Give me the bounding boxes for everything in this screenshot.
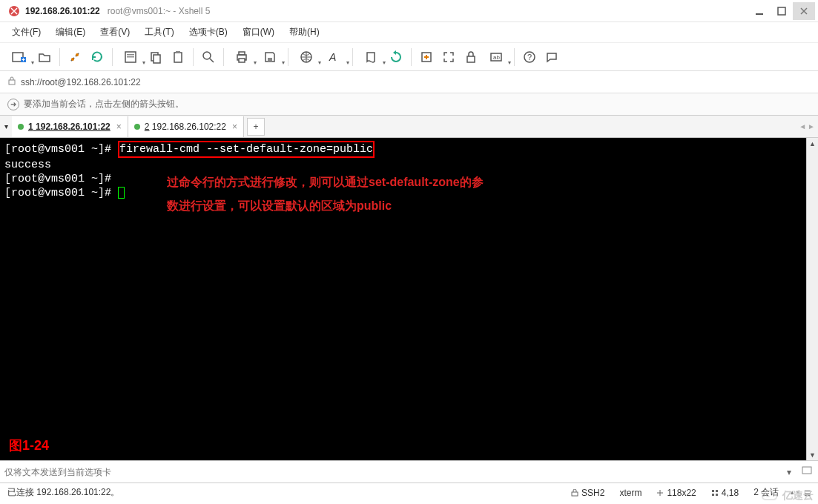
font-button[interactable]: A▾ — [321, 47, 348, 67]
svg-rect-12 — [174, 53, 182, 62]
encoding-button[interactable]: ab▾ — [483, 47, 509, 67]
address-url[interactable]: ssh://root@192.168.26.101:22 — [21, 77, 141, 87]
command-input-bar: ▾ — [0, 460, 818, 483]
window-title-sub: root@vms001:~ - Xshell 5 — [108, 6, 211, 16]
annotation-line2: 数进行设置，可以设置默认的区域为public — [167, 199, 392, 213]
cursor-icon — [118, 187, 125, 199]
print-button[interactable]: ▾ — [228, 47, 255, 67]
svg-rect-13 — [176, 51, 180, 53]
add-tab-button[interactable]: + — [247, 118, 265, 136]
menu-window[interactable]: 窗口(W) — [238, 24, 279, 40]
reconnect-button[interactable] — [87, 47, 108, 67]
svg-text:∞: ∞ — [766, 494, 770, 499]
svg-rect-11 — [154, 55, 160, 63]
tab-close-icon[interactable]: × — [116, 122, 122, 132]
menu-edit[interactable]: 编辑(E) — [51, 24, 90, 40]
svg-text:ab: ab — [493, 54, 500, 61]
new-session-button[interactable]: ▾ — [6, 47, 33, 67]
svg-rect-28 — [802, 467, 811, 474]
status-protocol: SSH2 — [571, 488, 604, 498]
refresh-button[interactable] — [386, 47, 406, 67]
vertical-scrollbar[interactable]: ▲ ▼ — [806, 138, 818, 460]
svg-point-6 — [76, 53, 79, 56]
svg-rect-31 — [716, 490, 718, 492]
app-logo-icon — [7, 4, 21, 18]
tab-list-dropdown[interactable]: ▾ — [0, 122, 12, 130]
lock-button[interactable] — [461, 47, 481, 67]
lock-icon — [571, 489, 578, 497]
tip-text: 要添加当前会话，点击左侧的箭头按钮。 — [24, 98, 184, 110]
input-target-icon[interactable] — [800, 465, 814, 478]
svg-rect-1 — [756, 13, 763, 15]
status-term-type: xterm — [619, 488, 641, 498]
terminal-output[interactable]: [root@vms001 ~]# firewall-cmd --set-defa… — [0, 138, 806, 460]
status-bar: 已连接 192.168.26.101:22。 SSH2 xterm 118x22… — [0, 483, 818, 502]
menu-view[interactable]: 查看(V) — [96, 24, 134, 40]
svg-text:A: A — [329, 51, 336, 63]
watermark: ∞ 亿速云 — [760, 489, 814, 503]
svg-rect-32 — [712, 494, 714, 496]
session-tab-2[interactable]: 2 192.168.26.102:22 × — [128, 116, 244, 137]
scroll-up-icon[interactable]: ▲ — [807, 138, 818, 149]
tip-arrow-icon[interactable]: ➜ — [7, 99, 19, 110]
menubar: 文件(F) 编辑(E) 查看(V) 工具(T) 选项卡(B) 窗口(W) 帮助(… — [0, 22, 818, 43]
xftp-button[interactable] — [416, 47, 437, 67]
svg-rect-8 — [127, 54, 134, 56]
minimize-button[interactable] — [748, 2, 771, 20]
lock-icon — [7, 76, 16, 87]
svg-rect-18 — [268, 58, 272, 62]
svg-rect-27 — [9, 80, 15, 84]
maximize-button[interactable] — [771, 2, 793, 20]
status-size: 118x22 — [656, 488, 696, 498]
web-button[interactable]: ▾ — [293, 47, 320, 67]
status-dot-icon — [18, 124, 24, 130]
status-cursor-pos: 4,18 — [711, 488, 739, 498]
cloud-icon: ∞ — [760, 490, 779, 502]
menu-file[interactable]: 文件(F) — [7, 24, 45, 40]
copy-button[interactable] — [145, 47, 166, 67]
svg-rect-22 — [467, 56, 475, 62]
menu-help[interactable]: 帮助(H) — [285, 24, 324, 40]
fullscreen-button[interactable] — [438, 47, 459, 67]
tab-bar: ▾ 1 192.168.26.101:22 × 2 192.168.26.102… — [0, 116, 818, 138]
help-button[interactable]: ? — [519, 47, 540, 67]
svg-rect-17 — [239, 59, 245, 62]
svg-point-5 — [71, 58, 74, 61]
menu-tools[interactable]: 工具(T) — [140, 24, 178, 40]
close-button[interactable] — [793, 2, 815, 20]
tab-scroll-right-icon[interactable]: ► — [808, 122, 815, 130]
command-input[interactable] — [4, 467, 778, 477]
session-tab-1[interactable]: 1 192.168.26.101:22 × — [12, 116, 128, 137]
highlighted-command: firewall-cmd --set-default-zone=public — [118, 141, 375, 158]
tab-scroll-left-icon[interactable]: ◄ — [799, 122, 806, 130]
terminal-area: [root@vms001 ~]# firewall-cmd --set-defa… — [0, 138, 818, 460]
status-dot-icon — [134, 124, 140, 130]
svg-rect-2 — [778, 7, 785, 15]
svg-rect-29 — [572, 492, 578, 496]
svg-point-14 — [203, 52, 211, 59]
properties-button[interactable]: ▾ — [117, 47, 144, 67]
chat-button[interactable] — [541, 47, 562, 67]
tab-close-icon[interactable]: × — [232, 122, 237, 132]
paste-button[interactable] — [168, 47, 188, 67]
svg-rect-33 — [716, 494, 718, 496]
tip-bar: ➜ 要添加当前会话，点击左侧的箭头按钮。 — [0, 93, 818, 116]
svg-rect-9 — [127, 56, 134, 58]
grid-icon — [711, 489, 719, 497]
open-button[interactable] — [34, 47, 55, 67]
window-title-host: 192.168.26.101:22 — [25, 6, 100, 16]
annotation-line1: 过命令行的方式进行修改，则可以通过set-default-zone的参 — [167, 175, 484, 189]
disconnect-button[interactable] — [65, 47, 85, 67]
address-bar: ssh://root@192.168.26.101:22 — [0, 71, 818, 93]
toolbar: ▾ ▾ ▾ ▾ ▾ A▾ ▾ ab▾ ? — [0, 43, 818, 71]
svg-rect-16 — [239, 52, 245, 55]
search-button[interactable] — [198, 47, 219, 67]
input-dropdown-icon[interactable]: ▾ — [782, 467, 796, 477]
menu-tabs[interactable]: 选项卡(B) — [185, 24, 232, 40]
save-button[interactable]: ▾ — [257, 47, 283, 67]
svg-text:?: ? — [527, 53, 532, 62]
figure-label: 图1-24 — [9, 439, 49, 453]
resize-icon — [656, 489, 664, 497]
script-button[interactable]: ▾ — [357, 47, 384, 67]
scroll-down-icon[interactable]: ▼ — [807, 449, 818, 460]
